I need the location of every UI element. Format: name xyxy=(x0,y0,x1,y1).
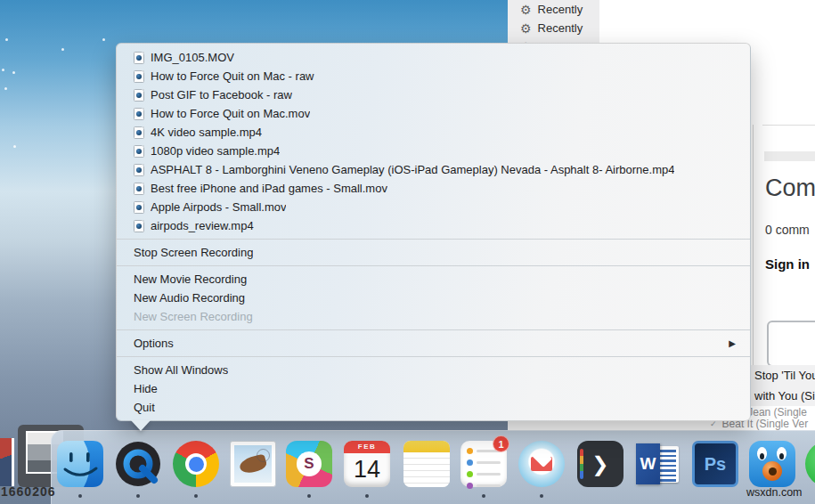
word-letter: W xyxy=(636,443,660,484)
video-file-icon xyxy=(134,183,144,195)
dock-icon-launcher[interactable]: ❯ xyxy=(577,441,623,487)
menu-item-recent-file[interactable]: How to Force Quit on Mac - raw xyxy=(117,67,750,85)
sidebar-item-recently-played[interactable]: ⚙ Recently xyxy=(508,19,599,37)
envelope xyxy=(531,457,552,471)
dock-icon-notes[interactable] xyxy=(403,441,450,487)
menu-item-quit[interactable]: Quit xyxy=(117,398,750,417)
sidebar-item-label: Recently xyxy=(538,21,583,35)
video-file-icon xyxy=(134,89,144,102)
sidebar-item-label: Recently xyxy=(538,3,583,16)
menu-item-hide[interactable]: Hide xyxy=(117,379,750,398)
star xyxy=(102,38,105,41)
star xyxy=(2,69,4,71)
menu-item-recent-file[interactable]: 4K video sample.mp4 xyxy=(117,123,750,142)
gear-icon: ⚙ xyxy=(520,22,532,35)
menu-separator xyxy=(117,329,750,330)
photoshop-icon: Ps xyxy=(692,441,738,487)
menu-item-recent-file[interactable]: IMG_0105.MOV xyxy=(117,48,750,67)
menu-item-recent-file[interactable]: Apple Airpods - Small.mov xyxy=(117,198,750,216)
quicktime-dock-menu: IMG_0105.MOV How to Force Quit on Mac - … xyxy=(116,43,751,421)
chevron-icon: ❯ xyxy=(591,452,608,476)
menu-separator xyxy=(117,265,750,266)
star xyxy=(5,38,8,41)
menu-item-new-screen-recording: New Screen Recording xyxy=(117,307,750,326)
watermark-number: 1660206 xyxy=(1,484,56,499)
menu-item-recent-file[interactable]: 1080p video sample.mp4 xyxy=(117,142,750,160)
sidebar-item-recently-added[interactable]: ⚙ Recently xyxy=(508,0,599,19)
chrome-icon xyxy=(173,441,219,487)
menu-item-recent-file[interactable]: How to Force Quit on Mac.mov xyxy=(117,104,750,123)
dock-icon-word[interactable]: W xyxy=(635,441,681,487)
dock-icon-chrome[interactable] xyxy=(173,441,219,487)
video-file-icon xyxy=(134,201,144,214)
menu-item-options[interactable]: Options ▶ xyxy=(117,334,750,353)
divider xyxy=(762,125,815,126)
comments-count: 0 comm xyxy=(765,223,810,237)
video-file-icon xyxy=(134,126,144,139)
whatsapp-icon xyxy=(805,441,815,487)
menu-item-stop-screen-recording[interactable]: Stop Screen Recording xyxy=(117,243,750,262)
running-indicator xyxy=(365,494,369,498)
running-indicator xyxy=(482,494,485,498)
song-title: with You (Sin xyxy=(754,389,815,402)
bird-eye xyxy=(757,447,767,460)
menu-separator xyxy=(117,356,750,357)
video-file-icon xyxy=(134,220,144,232)
sign-in-label: Sign in xyxy=(765,256,810,272)
photo-thumbnail[interactable] xyxy=(0,438,14,486)
running-indicator xyxy=(136,494,140,498)
comments-heading: Com xyxy=(765,175,815,202)
running-indicator xyxy=(540,494,543,498)
bird-beak xyxy=(762,461,782,481)
gear-icon: ⚙ xyxy=(520,4,532,16)
dock-icon-mail[interactable] xyxy=(230,441,276,487)
placeholder-bar xyxy=(764,151,815,161)
finder-icon xyxy=(57,441,103,487)
watermark-site: wsxdn.com xyxy=(746,486,803,499)
menu-pointer-tail xyxy=(131,420,151,431)
menu-item-show-all-windows[interactable]: Show All Windows xyxy=(117,361,750,379)
bird-eye xyxy=(777,447,786,460)
slack-letter: S xyxy=(304,455,314,473)
dock-icon-reminders[interactable]: 1 xyxy=(460,441,507,487)
video-file-icon xyxy=(134,145,144,158)
dock: S FEB 14 1 xyxy=(51,430,815,504)
airmail-icon xyxy=(518,441,565,487)
video-file-icon xyxy=(134,108,144,120)
dock-icon-airmail[interactable] xyxy=(518,441,565,487)
dock-icon-calendar[interactable]: FEB 14 xyxy=(344,441,390,487)
dock-icon-whatsapp-partial[interactable] xyxy=(805,441,815,487)
video-file-icon xyxy=(134,70,144,83)
calendar-day: 14 xyxy=(344,453,390,485)
dock-icon-finder[interactable] xyxy=(57,441,103,487)
quicktime-icon xyxy=(115,441,161,487)
menu-item-recent-file[interactable]: ASPHALT 8 - Lamborghini Veneno Gameplay … xyxy=(117,160,750,179)
dock-icon-slack[interactable]: S xyxy=(286,441,332,487)
dock-icon-photoshop[interactable]: Ps xyxy=(692,441,738,487)
dock-icon-twitterrific[interactable] xyxy=(749,441,795,487)
desktop: ⚙ Recently ⚙ Recently ⚙ Top 25 M Com 0 c… xyxy=(0,0,815,504)
menu-item-new-audio-recording[interactable]: New Audio Recording xyxy=(117,289,750,307)
arrow-app-icon: ❯ xyxy=(577,441,623,487)
video-file-icon xyxy=(134,52,144,64)
slack-icon: S xyxy=(286,441,332,487)
video-file-icon xyxy=(134,164,144,176)
comment-textbox[interactable] xyxy=(767,321,815,367)
star xyxy=(61,48,64,51)
word-icon: W xyxy=(635,441,681,487)
song-title: Stop 'Til You xyxy=(754,369,815,382)
menu-item-recent-file[interactable]: Post GIF to Facebook - raw xyxy=(117,85,750,104)
calendar-icon: FEB 14 xyxy=(344,441,390,487)
menu-item-recent-file[interactable]: Best free iPhone and iPad games - Small.… xyxy=(117,179,750,198)
dock-icon-quicktime[interactable] xyxy=(115,441,161,487)
star xyxy=(12,71,15,74)
browser-comments-panel: Com 0 comm Sign in xyxy=(753,125,815,365)
postmark xyxy=(257,449,270,462)
menu-item-new-movie-recording[interactable]: New Movie Recording xyxy=(117,270,750,289)
twitterrific-icon xyxy=(749,441,795,487)
menu-separator xyxy=(117,239,750,240)
star xyxy=(13,145,16,148)
menu-item-recent-file[interactable]: airpods_review.mp4 xyxy=(117,216,750,235)
submenu-arrow-icon: ▶ xyxy=(729,338,736,348)
star xyxy=(4,87,7,90)
